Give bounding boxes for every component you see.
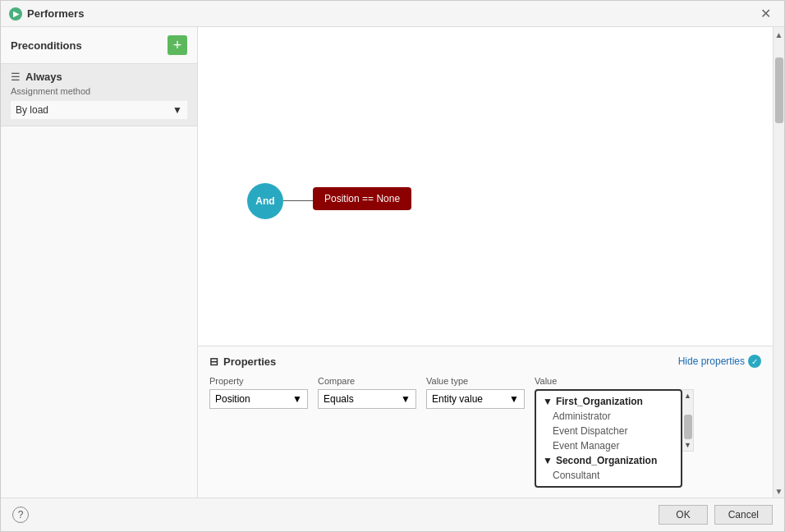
property-field-group: Property Position ▼ xyxy=(209,376,308,409)
properties-title: ⊟ Properties xyxy=(209,355,276,368)
load-dropdown[interactable]: By load ▼ xyxy=(11,101,187,119)
property-select[interactable]: Position ▼ xyxy=(209,389,308,409)
assignment-method-label: Assignment method xyxy=(11,86,187,96)
compare-value: Equals xyxy=(324,393,354,405)
cancel-button[interactable]: Cancel xyxy=(714,505,773,525)
canvas-main: And Position == None xyxy=(198,27,773,346)
title-bar-left: ▶ Performers xyxy=(9,7,84,21)
sidebar-header: Preconditions + xyxy=(1,27,197,64)
app-icon: ▶ xyxy=(9,7,22,21)
value-type-field-group: Value type Entity value ▼ xyxy=(426,376,525,409)
property-value: Position xyxy=(215,393,250,405)
value-type-value: Entity value xyxy=(432,393,483,405)
tree-item-second-org[interactable]: ▼ Second_Organization xyxy=(536,453,681,468)
value-scrollbar[interactable]: ▲ ▼ xyxy=(682,389,694,452)
close-button[interactable]: ✕ xyxy=(755,4,776,23)
compare-label: Compare xyxy=(318,376,416,386)
second-org-triangle: ▼ xyxy=(543,455,553,466)
and-node-label: And xyxy=(255,195,274,207)
properties-panel: ⊟ Properties Hide properties ✓ Property xyxy=(198,346,773,498)
dialog-footer: ? OK Cancel xyxy=(1,498,784,531)
footer-buttons: OK Cancel xyxy=(659,505,773,525)
always-item-title: ☰ Always xyxy=(11,71,187,83)
condition-label: Position == None xyxy=(324,193,400,204)
value-tree[interactable]: ▼ First_Organization Administrator Event… xyxy=(535,389,682,488)
add-precondition-button[interactable]: + xyxy=(168,35,187,55)
value-scroll-down[interactable]: ▼ xyxy=(682,439,693,451)
scroll-thumb[interactable] xyxy=(775,57,783,123)
first-org-triangle: ▼ xyxy=(543,396,553,407)
first-org-label: First_Organization xyxy=(556,396,643,407)
compare-select[interactable]: Equals ▼ xyxy=(318,389,416,409)
compare-dropdown-arrow: ▼ xyxy=(401,393,411,405)
property-dropdown-arrow: ▼ xyxy=(292,393,302,405)
value-type-label: Value type xyxy=(426,376,525,386)
value-scroll-thumb[interactable] xyxy=(684,415,692,439)
title-bar: ▶ Performers ✕ xyxy=(1,1,784,27)
condition-node[interactable]: Position == None xyxy=(313,187,411,210)
tree-item-administrator[interactable]: Administrator xyxy=(536,409,681,424)
value-field-group: Value ▼ First_Organization Administrator xyxy=(535,376,761,488)
help-button[interactable]: ? xyxy=(12,507,29,523)
scroll-down-arrow[interactable]: ▼ xyxy=(774,485,784,498)
administrator-label: Administrator xyxy=(553,410,611,422)
second-org-label: Second_Organization xyxy=(556,455,657,466)
sliders-icon: ⊟ xyxy=(209,355,218,368)
event-dispatcher-label: Event Dispatcher xyxy=(553,425,627,437)
always-label: Always xyxy=(25,71,62,83)
sidebar: Preconditions + ☰ Always Assignment meth… xyxy=(1,27,198,498)
tree-item-event-manager[interactable]: Event Manager xyxy=(536,438,681,453)
canvas-section: And Position == None ⊟ Properties xyxy=(198,27,784,498)
value-scroll-up[interactable]: ▲ xyxy=(682,390,693,401)
properties-header: ⊟ Properties Hide properties ✓ xyxy=(209,355,761,368)
scroll-up-arrow[interactable]: ▲ xyxy=(774,29,784,41)
hide-properties-button[interactable]: Hide properties ✓ xyxy=(678,355,761,368)
canvas-wrapper: And Position == None ⊟ Properties xyxy=(198,27,773,498)
property-label: Property xyxy=(209,376,308,386)
and-node[interactable]: And xyxy=(247,183,283,219)
properties-label: Properties xyxy=(223,355,276,368)
load-value: By load xyxy=(16,104,48,116)
main-content: Preconditions + ☰ Always Assignment meth… xyxy=(1,27,784,498)
value-label: Value xyxy=(535,376,761,386)
value-type-select[interactable]: Entity value ▼ xyxy=(426,389,525,409)
hide-icon: ✓ xyxy=(748,355,761,368)
value-type-dropdown-arrow: ▼ xyxy=(509,393,519,405)
ok-button[interactable]: OK xyxy=(659,505,707,525)
canvas-scrollbar[interactable]: ▲ ▼ xyxy=(773,27,784,498)
dialog-title: Performers xyxy=(27,7,84,20)
always-item[interactable]: ☰ Always Assignment method By load ▼ xyxy=(1,64,197,126)
tree-item-event-dispatcher[interactable]: Event Dispatcher xyxy=(536,424,681,438)
event-manager-label: Event Manager xyxy=(553,440,619,452)
list-icon: ☰ xyxy=(11,71,21,83)
value-row: ▼ First_Organization Administrator Event… xyxy=(535,389,761,488)
tree-item-consultant[interactable]: Consultant xyxy=(536,468,681,483)
tree-item-first-org[interactable]: ▼ First_Organization xyxy=(536,394,681,409)
dropdown-arrow-icon: ▼ xyxy=(172,104,182,116)
performers-dialog: ▶ Performers ✕ Preconditions + ☰ Always … xyxy=(0,0,785,532)
compare-field-group: Compare Equals ▼ xyxy=(318,376,416,409)
connector-line xyxy=(283,200,313,201)
consultant-label: Consultant xyxy=(553,470,599,481)
hide-properties-label: Hide properties xyxy=(678,355,745,367)
preconditions-title: Preconditions xyxy=(11,39,82,52)
properties-fields: Property Position ▼ Compare Equals ▼ xyxy=(209,376,761,488)
